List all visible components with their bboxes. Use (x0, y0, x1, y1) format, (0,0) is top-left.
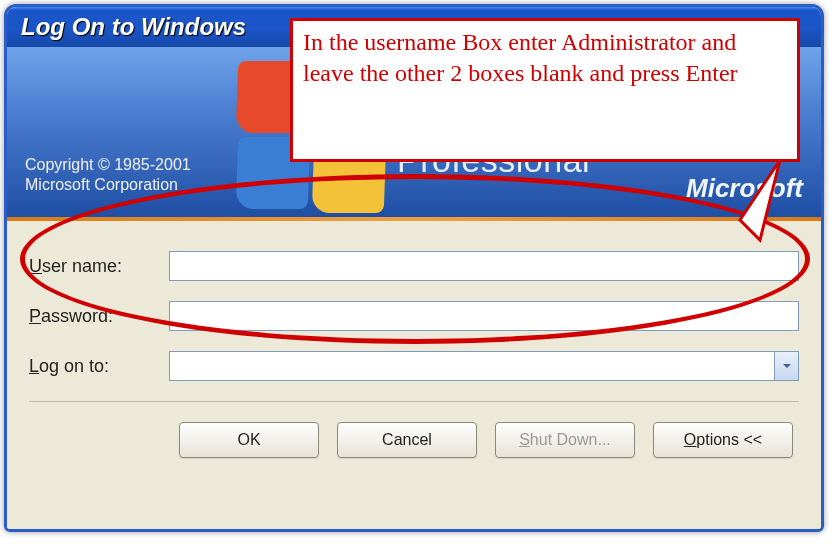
password-row: Password: (29, 301, 799, 331)
username-row: User name: (29, 251, 799, 281)
annotation-text: In the username Box enter Administrator … (303, 29, 738, 86)
dropdown-button[interactable] (774, 352, 798, 380)
button-row: OK Cancel Shut Down... Options << (29, 401, 799, 458)
chevron-down-icon (781, 360, 793, 372)
options-button[interactable]: Options << (653, 422, 793, 458)
shutdown-button[interactable]: Shut Down... (495, 422, 635, 458)
window-title: Log On to Windows (21, 13, 246, 41)
ok-button[interactable]: OK (179, 422, 319, 458)
domain-row: Log on to: (29, 351, 799, 381)
cancel-button[interactable]: Cancel (337, 422, 477, 458)
username-input[interactable] (169, 251, 799, 281)
copyright-text: Copyright © 1985-2001 Microsoft Corporat… (25, 155, 191, 195)
domain-value (170, 352, 774, 380)
domain-label: Log on to: (29, 356, 169, 377)
copyright-line1: Copyright © 1985-2001 (25, 155, 191, 175)
form-area: User name: Password: Log on to: OK Cance… (7, 221, 821, 529)
microsoft-brand: Microsoft (686, 173, 803, 204)
copyright-line2: Microsoft Corporation (25, 175, 191, 195)
domain-combo[interactable] (169, 351, 799, 381)
username-label: User name: (29, 256, 169, 277)
annotation-callout: In the username Box enter Administrator … (290, 18, 800, 162)
password-label: Password: (29, 306, 169, 327)
password-input[interactable] (169, 301, 799, 331)
